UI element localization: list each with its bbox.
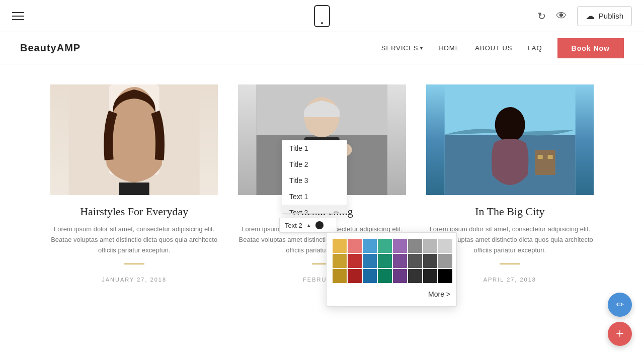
card-hairstyles: Hairstyles For Everyday Lorem ipsum dolo… bbox=[50, 84, 218, 283]
text2-label: Text 2 bbox=[285, 222, 302, 229]
publish-label: Publish bbox=[599, 12, 623, 20]
nav-links: SERVICES ▾ HOME ABOUT US FAQ Book Now bbox=[381, 38, 624, 58]
svg-rect-14 bbox=[537, 155, 542, 159]
dropdown-item-text1[interactable]: Text 1 bbox=[282, 189, 347, 205]
color-swatch[interactable] bbox=[378, 269, 392, 283]
menu-button[interactable] bbox=[12, 12, 24, 20]
nav-about[interactable]: ABOUT US bbox=[475, 44, 512, 52]
color-swatch[interactable] bbox=[348, 254, 362, 268]
color-swatch[interactable] bbox=[408, 269, 422, 283]
color-swatch[interactable] bbox=[333, 254, 347, 268]
edit-icon: ✏ bbox=[334, 209, 340, 213]
dropdown-item-title3[interactable]: Title 3 bbox=[282, 172, 347, 189]
edit-fab-icon: ✏ bbox=[616, 299, 624, 310]
svg-rect-15 bbox=[547, 155, 552, 159]
color-swatch[interactable] bbox=[363, 239, 377, 253]
nav-faq[interactable]: FAQ bbox=[528, 44, 542, 52]
cloud-upload-icon: ☁ bbox=[586, 11, 595, 22]
book-now-button[interactable]: Book Now bbox=[557, 38, 624, 58]
caret-up-icon[interactable]: ▲ bbox=[306, 223, 311, 228]
color-swatch[interactable] bbox=[408, 254, 422, 268]
font-style-dropdown: Title 1 Title 2 Title 3 Text 1 Text 2 ✏ bbox=[282, 140, 347, 214]
color-swatch[interactable] bbox=[348, 269, 362, 283]
toolbar: ↺ 👁 ☁ Publish bbox=[0, 0, 644, 32]
color-swatch[interactable] bbox=[393, 269, 407, 283]
color-swatch[interactable] bbox=[378, 254, 392, 268]
phone-icon bbox=[314, 5, 330, 27]
card-title-1: Hairstyles For Everyday bbox=[80, 205, 188, 218]
more-colors-link[interactable]: More > bbox=[333, 288, 450, 300]
color-swatch[interactable] bbox=[393, 254, 407, 268]
city-image-svg bbox=[426, 84, 594, 195]
nav-services[interactable]: SERVICES ▾ bbox=[381, 44, 424, 52]
color-swatch[interactable] bbox=[363, 269, 377, 283]
hair-image-svg bbox=[50, 84, 218, 195]
navbar: BeautyAMP SERVICES ▾ HOME ABOUT US FAQ B… bbox=[0, 32, 644, 64]
fab-add-button[interactable]: + bbox=[608, 322, 632, 346]
svg-rect-3 bbox=[119, 183, 149, 195]
color-swatch[interactable] bbox=[363, 254, 377, 268]
color-swatch[interactable] bbox=[393, 239, 407, 253]
dropdown-scroll-area[interactable]: Title 1 Title 2 Title 3 Text 1 Text 2 ✏ bbox=[282, 140, 347, 213]
card-divider-3 bbox=[500, 263, 520, 264]
color-picker-panel: More > bbox=[326, 232, 457, 307]
card-image-1 bbox=[50, 84, 218, 195]
fab-edit-button[interactable]: ✏ bbox=[608, 293, 632, 317]
preview-icon[interactable]: 👁 bbox=[556, 10, 567, 23]
card-date-1: JANUARY 27, 2018 bbox=[102, 277, 167, 283]
brand-logo[interactable]: BeautyAMP bbox=[20, 42, 80, 54]
hamburger-icon bbox=[12, 12, 24, 20]
card-image-3 bbox=[426, 84, 594, 195]
nav-home[interactable]: HOME bbox=[438, 44, 460, 52]
color-swatch[interactable] bbox=[438, 254, 452, 268]
chevron-down-icon: ▾ bbox=[420, 45, 423, 51]
color-circle[interactable] bbox=[315, 221, 324, 229]
undo-icon[interactable]: ↺ bbox=[537, 10, 546, 22]
card-title-3: In The Big City bbox=[475, 205, 544, 218]
svg-point-12 bbox=[495, 107, 525, 142]
color-swatch-grid bbox=[333, 239, 450, 283]
publish-button[interactable]: ☁ Publish bbox=[577, 6, 632, 26]
card-divider-1 bbox=[124, 263, 144, 264]
color-swatch[interactable] bbox=[333, 269, 347, 283]
color-swatch[interactable] bbox=[408, 239, 422, 253]
mobile-preview-button[interactable] bbox=[314, 5, 330, 27]
dropdown-item-text2-selected[interactable]: Text 2 ✏ bbox=[282, 205, 347, 213]
text2-active-toolbar: Text 2 ▲ ≡ bbox=[279, 218, 337, 233]
toolbar-right: ↺ 👁 ☁ Publish bbox=[537, 6, 632, 26]
card-text-1: Lorem ipsum dolor sit amet, consectetur … bbox=[50, 224, 218, 255]
color-swatch[interactable] bbox=[438, 239, 452, 253]
color-swatch[interactable] bbox=[333, 239, 347, 253]
card-date-3: APRIL 27, 2018 bbox=[484, 277, 536, 283]
color-swatch[interactable] bbox=[438, 269, 452, 283]
color-swatch[interactable] bbox=[423, 254, 437, 268]
dropdown-item-title1[interactable]: Title 1 bbox=[282, 140, 347, 156]
text-align-icon[interactable]: ≡ bbox=[328, 221, 332, 229]
svg-rect-13 bbox=[535, 150, 555, 175]
color-swatch[interactable] bbox=[423, 239, 437, 253]
dropdown-item-title2[interactable]: Title 2 bbox=[282, 156, 347, 172]
color-swatch[interactable] bbox=[423, 269, 437, 283]
color-swatch[interactable] bbox=[348, 239, 362, 253]
color-swatch[interactable] bbox=[378, 239, 392, 253]
